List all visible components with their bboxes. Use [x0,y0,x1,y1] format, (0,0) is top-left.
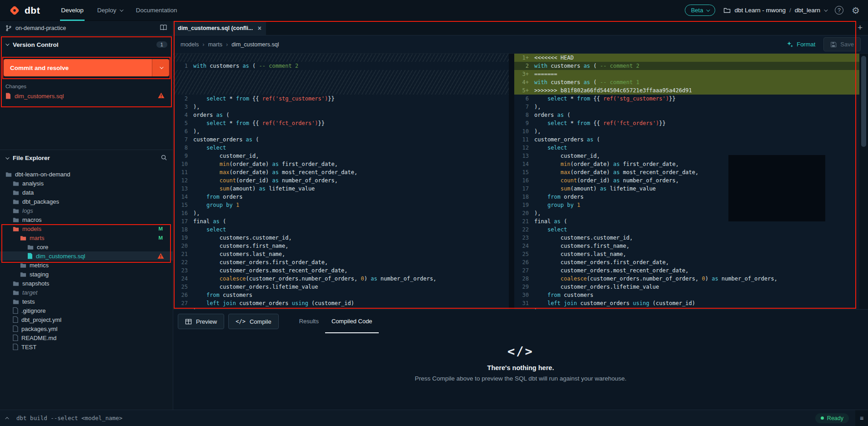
preview-button[interactable]: Preview [178,314,224,329]
version-control-header[interactable]: Version Control 1 [0,35,173,54]
dbt-logo[interactable]: dbt [8,4,40,17]
code-line[interactable]: 23 customers.customer_id, [514,234,859,242]
file-explorer-header[interactable]: File Explorer [0,150,173,162]
code-line[interactable]: 12 count(order_id) as number_of_orders, [173,176,509,185]
breadcrumb-item[interactable]: models [181,41,199,48]
code-line[interactable]: 16), [173,209,509,217]
docs-book-icon[interactable] [160,24,167,32]
new-tab-button[interactable]: + [855,23,865,33]
tree-item-tests[interactable]: tests [0,297,173,306]
code-line[interactable]: 4+with customers as ( -- comment 1 [514,78,859,86]
code-line[interactable]: 6 select * from {{ ref('stg_customers')}… [514,95,859,103]
code-line[interactable]: 26 customer_orders.first_order_date, [514,258,859,266]
tree-item-marts[interactable]: martsM [0,233,173,242]
beta-badge[interactable]: Beta [685,5,716,16]
results-tab-results[interactable]: Results [293,310,325,333]
code-line[interactable]: 17final as ( [173,217,509,226]
code-line[interactable]: 7customer_orders as ( [173,135,509,144]
code-line[interactable]: 8orders as ( [514,111,859,119]
commit-options-button[interactable] [152,59,169,76]
tree-item-snapshots[interactable]: snapshots [0,279,173,288]
code-line[interactable]: 23 customer_orders.most_recent_order_dat… [173,266,509,275]
git-branch-row[interactable]: on-demand-practice [0,21,173,35]
close-tab-icon[interactable]: × [258,25,261,32]
tree-item-readme.md[interactable]: README.md [0,333,173,342]
code-line[interactable]: 10 min(order_date) as first_order_date, [173,160,509,168]
pane-divider[interactable] [509,54,514,309]
tree-item-.gitignore[interactable]: .gitignore [0,306,173,315]
tree-item-dim_customers.sql[interactable]: dim_customers.sql [0,251,173,261]
code-line[interactable]: 21 customers.last_name, [173,250,509,258]
nav-tab-documentation[interactable]: Documentation [136,0,177,21]
code-line[interactable]: 27 customer_orders.most_recent_order_dat… [514,266,859,275]
save-button[interactable]: Save [823,37,861,51]
code-line[interactable]: 26 from customers [173,291,509,299]
code-line[interactable]: 8 select [173,144,509,152]
code-line[interactable]: 4orders as ( [173,111,509,119]
commit-and-resolve-button[interactable]: Commit and resolve [4,59,152,76]
scrollbar-thumb[interactable] [861,56,866,147]
editor-scrollbar[interactable] [859,54,868,309]
tree-item-test[interactable]: TEST [0,342,173,351]
tree-item-dbt_packages[interactable]: dbt_packages [0,197,173,206]
tree-item-macros[interactable]: macros [0,215,173,224]
code-line[interactable]: 10), [514,127,859,135]
code-line[interactable]: 27 left join customer_orders using (cust… [173,299,509,307]
nav-tab-develop[interactable]: Develop [61,0,84,21]
code-line[interactable]: 2with customers as ( -- comment 2 [514,62,859,70]
account-selector[interactable]: dbt Learn - mwong / dbt_learn [723,7,827,14]
nav-tab-deploy[interactable]: Deploy [97,0,122,21]
breadcrumb-item[interactable]: marts [208,41,222,48]
code-line[interactable]: 25 customers.last_name, [514,250,859,258]
code-line[interactable]: 12 select [514,144,859,152]
code-line[interactable]: 24 coalesce(customer_orders.number_of_or… [173,275,509,283]
code-line[interactable]: 3), [173,103,509,111]
tree-item-logs[interactable]: logs [0,206,173,215]
code-line[interactable]: 9 customer_id, [173,152,509,160]
tree-item-dbt_project.yml[interactable]: dbt_project.yml [0,315,173,324]
help-button[interactable]: ? [835,6,843,15]
tree-item-models[interactable]: modelsM [0,224,173,233]
changed-file-item[interactable]: dim_customers.sql [0,91,173,101]
code-line[interactable]: 13 sum(amount) as lifetime_value [173,185,509,193]
tree-item-metrics[interactable]: metrics [0,261,173,270]
command-input[interactable]: dbt build --select <model_name> [16,415,122,421]
code-line[interactable]: 5 select * from {{ ref('fct_orders')}} [173,119,509,127]
code-line[interactable]: 20 customers.first_name, [173,242,509,250]
code-line[interactable]: 30 from customers [514,291,859,299]
code-line[interactable]: 11customer_orders as ( [514,135,859,144]
code-line[interactable]: 25 customer_orders.lifetime_value [173,283,509,291]
code-line[interactable]: 14 from orders [173,193,509,201]
format-button[interactable]: Format [787,41,815,48]
results-tab-compiled-code[interactable]: Compiled Code [325,310,379,333]
code-line[interactable]: 9 select * from {{ ref('fct_orders')}} [514,119,859,127]
code-line[interactable]: 3+======= [514,70,859,78]
tree-item-staging[interactable]: staging [0,270,173,279]
tree-item-packages.yml[interactable]: packages.yml [0,324,173,333]
code-line[interactable]: 5+>>>>>>> b81f802a66fd544504c65721e3ffaa… [514,86,859,95]
tree-item-data[interactable]: data [0,188,173,197]
code-line[interactable]: 7), [514,103,859,111]
tree-item-core[interactable]: core [0,242,173,251]
breadcrumb-item[interactable]: dim_customers.sql [231,41,279,48]
settings-gear-icon[interactable]: ⚙ [852,6,860,15]
code-line[interactable]: 1+<<<<<<< HEAD [514,54,859,62]
compile-button[interactable]: </> Compile [228,314,278,329]
code-line[interactable]: 22 customer_orders.first_order_date, [173,258,509,266]
code-line[interactable]: 24 customers.first_name, [514,242,859,250]
editor-tab-dim-customers[interactable]: dim_customers.sql (confli... × [173,21,266,35]
code-line[interactable]: 1with customers as ( -- comment 2 [173,62,509,70]
tree-item-dbt-learn-on-demand[interactable]: dbt-learn-on-demand [0,170,173,179]
code-line[interactable]: 18 select [173,226,509,234]
code-line[interactable]: 28 coalesce(customer_orders.number_of_or… [514,275,859,283]
code-line[interactable]: 19 customers.customer_id, [173,234,509,242]
code-line[interactable]: 6), [173,127,509,135]
code-line[interactable]: 11 max(order_date) as most_recent_order_… [173,168,509,176]
chevron-up-icon[interactable] [5,417,9,421]
code-line[interactable]: 31 left join customer_orders using (cust… [514,299,859,307]
diff-pane-current[interactable]: 1with customers as ( -- comment 22 selec… [173,54,509,309]
code-line[interactable]: 2 select * from {{ ref('stg_customers')}… [173,95,509,103]
tree-item-target[interactable]: target [0,288,173,297]
file-search-icon[interactable] [161,154,167,162]
tree-item-analysis[interactable]: analysis [0,179,173,188]
